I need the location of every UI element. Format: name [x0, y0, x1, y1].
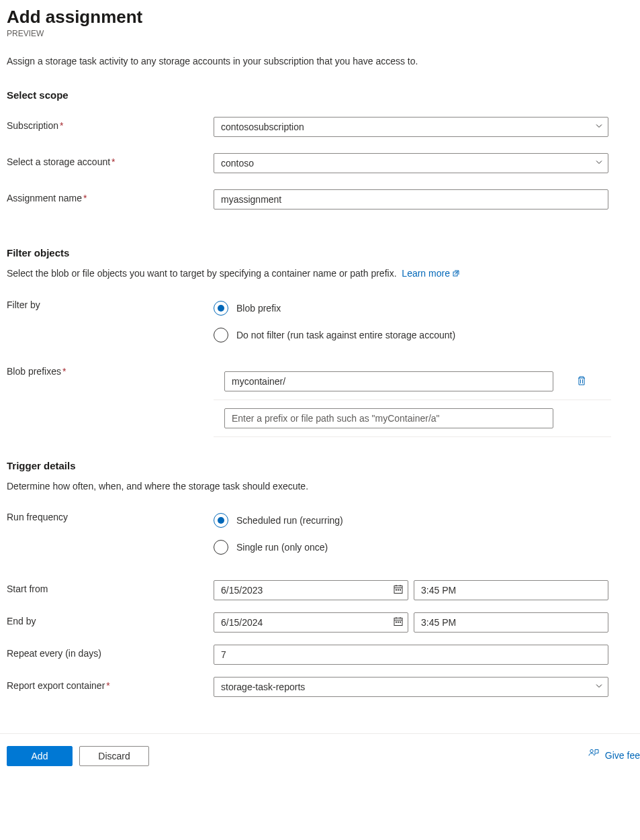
assignment-name-label: Assignment name*: [7, 189, 214, 203]
radio-blob-prefix[interactable]: Blob prefix: [214, 301, 633, 316]
radio-icon: [214, 540, 228, 555]
start-date-picker[interactable]: [214, 580, 408, 600]
filter-description: Select the blob or file objects you want…: [7, 268, 633, 279]
start-from-label: Start from: [7, 580, 214, 594]
assignment-name-input[interactable]: [214, 189, 608, 209]
radio-single-run[interactable]: Single run (only once): [214, 540, 633, 555]
intro-text: Assign a storage task activity to any st…: [7, 56, 633, 66]
section-select-scope: Select scope: [7, 89, 633, 101]
radio-blob-prefix-label: Blob prefix: [236, 303, 281, 314]
prefix-row-new: [214, 400, 611, 437]
storage-account-label: Select a storage account*: [7, 153, 214, 167]
end-date-picker[interactable]: [214, 612, 408, 633]
external-link-icon: [453, 269, 461, 279]
prefix-input-new[interactable]: [224, 408, 553, 428]
end-time-input[interactable]: [414, 612, 608, 633]
storage-account-value: contoso: [221, 158, 254, 169]
required-star: *: [83, 193, 87, 203]
assignment-name-label-text: Assignment name: [7, 193, 82, 203]
give-feedback-text: Give fee: [605, 749, 640, 760]
start-time-input[interactable]: [414, 580, 608, 600]
required-star: *: [60, 120, 63, 131]
end-by-label: End by: [7, 612, 214, 626]
prefix-input[interactable]: [224, 371, 553, 391]
prefix-row: [214, 363, 611, 400]
preview-badge: PREVIEW: [7, 29, 633, 38]
start-date-input[interactable]: [214, 580, 408, 600]
delete-prefix-button[interactable]: [575, 374, 588, 389]
learn-more-text: Learn more: [402, 268, 450, 279]
blob-prefixes-label-text: Blob prefixes: [7, 366, 61, 377]
storage-account-dropdown[interactable]: contoso: [214, 153, 608, 173]
subscription-dropdown[interactable]: contososubscription: [214, 117, 608, 137]
storage-account-label-text: Select a storage account: [7, 156, 110, 167]
filter-by-radio-group: Blob prefix Do not filter (run task agai…: [214, 299, 633, 342]
radio-scheduled-label: Scheduled run (recurring): [236, 515, 343, 526]
radio-icon: [214, 301, 228, 316]
export-container-dropdown[interactable]: storage-task-reports: [214, 677, 608, 697]
required-star: *: [111, 156, 115, 167]
radio-no-filter-label: Do not filter (run task against entire s…: [236, 330, 455, 340]
panel-title: Add assignment: [7, 7, 633, 28]
run-frequency-radio-group: Scheduled run (recurring) Single run (on…: [214, 512, 633, 555]
radio-do-not-filter[interactable]: Do not filter (run task against entire s…: [214, 328, 633, 342]
radio-scheduled-run[interactable]: Scheduled run (recurring): [214, 513, 633, 528]
required-star: *: [62, 366, 66, 377]
export-container-label: Report export container*: [7, 677, 214, 691]
discard-button[interactable]: Discard: [79, 746, 149, 766]
trash-icon: [576, 375, 587, 388]
trigger-description: Determine how often, when, and where the…: [7, 481, 633, 492]
svg-point-15: [590, 749, 593, 752]
give-feedback-link[interactable]: Give fee: [588, 748, 640, 762]
add-button[interactable]: Add: [7, 746, 73, 766]
radio-single-label: Single run (only once): [236, 542, 328, 553]
radio-icon: [214, 328, 228, 342]
subscription-value: contososubscription: [221, 122, 304, 132]
prefix-list: [214, 363, 611, 437]
filter-by-label: Filter by: [7, 299, 214, 310]
subscription-label: Subscription*: [7, 117, 214, 131]
run-frequency-label: Run frequency: [7, 512, 214, 522]
learn-more-link[interactable]: Learn more: [402, 268, 461, 279]
subscription-label-text: Subscription: [7, 120, 58, 131]
export-container-label-text: Report export container: [7, 680, 105, 691]
repeat-every-input[interactable]: [214, 645, 608, 665]
section-filter-objects: Filter objects: [7, 247, 633, 259]
section-trigger-details: Trigger details: [7, 460, 633, 471]
filter-description-text: Select the blob or file objects you want…: [7, 268, 397, 279]
blob-prefixes-label: Blob prefixes*: [7, 363, 214, 377]
footer-bar: Add Discard Give fee: [0, 733, 640, 776]
panel-header: Add assignment PREVIEW: [7, 7, 633, 38]
radio-icon: [214, 513, 228, 528]
export-container-value: storage-task-reports: [221, 682, 305, 692]
repeat-every-label: Repeat every (in days): [7, 645, 214, 659]
end-date-input[interactable]: [214, 612, 408, 633]
required-star: *: [106, 680, 109, 691]
feedback-icon: [588, 748, 600, 762]
